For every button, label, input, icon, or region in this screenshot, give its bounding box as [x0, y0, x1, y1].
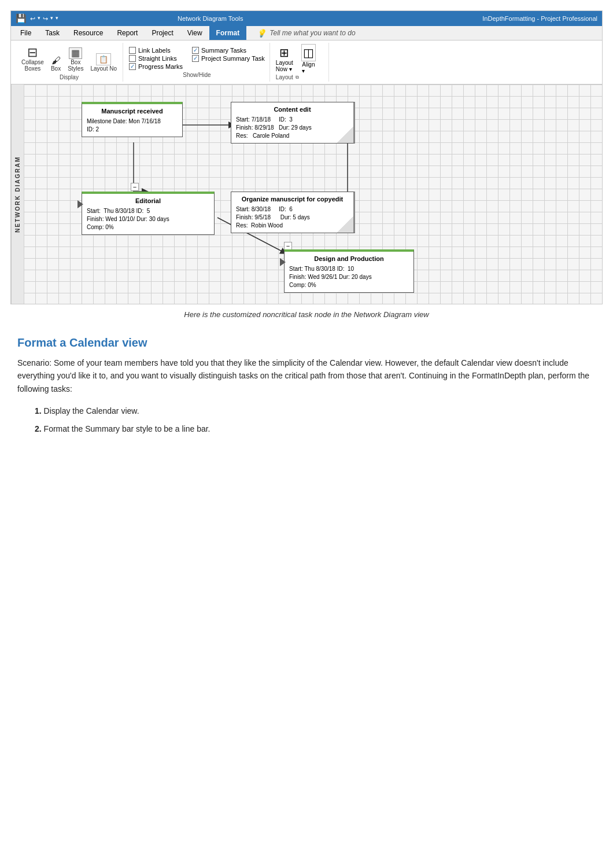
tab-report[interactable]: Report	[110, 26, 145, 40]
align-icon: ◫	[301, 44, 316, 61]
diagram-caption: Here is the customized noncritical task …	[10, 310, 603, 319]
organize-title: Organize manuscript for copyedit	[236, 195, 349, 204]
ribbon-title-left: 💾 ↩ ▾ ↪ ▾ ▾ Network Diagram Tools	[16, 13, 243, 24]
tell-me-box[interactable]: 💡 Tell me what you want to do	[251, 26, 361, 40]
content-edit-title: Content edit	[236, 105, 349, 114]
layout-no-icon: 📋	[99, 55, 108, 64]
diagram-area: NETWORK DIAGRAM Manuscript received M	[10, 84, 603, 304]
undo-redo-group: ↩ ▾ ↪ ▾ ▾	[30, 15, 58, 23]
layout-expand-icon[interactable]: ⧉	[296, 75, 299, 80]
straight-links-label: Straight Links	[138, 55, 177, 62]
link-labels-label: Link Labels	[138, 47, 171, 54]
box-label: Box	[51, 65, 61, 72]
layout-group: ⊞ LayoutNow ▾ ◫ Align▾ Layout ⧉	[271, 43, 329, 82]
tab-task[interactable]: Task	[38, 26, 67, 40]
task-box-editorial: Editorial Start: Thu 8/30/18 ID: 5 Finis…	[82, 192, 215, 235]
lightbulb-icon: 💡	[257, 29, 266, 38]
list-item-1-num: 1.	[35, 406, 42, 415]
undo-icon[interactable]: ↩	[30, 15, 35, 23]
diagram-grid-area: Manuscript received Milestone Date: Mon …	[24, 84, 602, 304]
tab-format[interactable]: Format	[209, 26, 247, 40]
link-labels-item: Link Labels	[129, 47, 183, 54]
box-button[interactable]: 🖌 Box	[50, 55, 62, 73]
arrow-design	[280, 258, 286, 266]
summary-tasks-checkbox[interactable]	[192, 47, 199, 54]
box-styles-label: BoxStyles	[68, 59, 83, 72]
link-labels-checkbox[interactable]	[129, 47, 136, 54]
straight-links-item: Straight Links	[129, 55, 183, 62]
project-summary-task-checkbox[interactable]	[192, 55, 199, 62]
collapse-boxes-button[interactable]: ⊟ CollapseBoxes	[20, 45, 45, 73]
display-group: ⊟ CollapseBoxes 🖌 Box ▦ BoxStyles 📋	[16, 43, 123, 82]
ribbon: 💾 ↩ ▾ ↪ ▾ ▾ Network Diagram Tools InDept…	[10, 10, 603, 84]
customize-icon[interactable]: ▾	[56, 15, 58, 23]
tab-project[interactable]: Project	[145, 26, 180, 40]
list-item-2-text: Format the Summary bar style to be a lin…	[44, 424, 211, 433]
layout-now-label: LayoutNow ▾	[276, 60, 293, 72]
task-box-manuscript: Manuscript received Milestone Date: Mon …	[82, 102, 183, 137]
progress-marks-item: Progress Marks	[129, 63, 183, 70]
project-summary-task-label: Project Summary Task	[201, 55, 265, 62]
ribbon-body: ⊟ CollapseBoxes 🖌 Box ▦ BoxStyles 📋	[11, 41, 602, 84]
list-item-1-text: Display the Calendar view.	[44, 406, 139, 415]
display-group-label: Display	[60, 74, 79, 80]
project-summary-task-item: Project Summary Task	[192, 55, 265, 62]
collapse-boxes-icon: ⊟	[27, 46, 38, 59]
layout-group-label: Layout ⧉	[276, 74, 299, 80]
box-icon: 🖌	[51, 56, 61, 65]
progress-marks-checkbox[interactable]	[129, 63, 136, 70]
box-styles-button[interactable]: ▦ BoxStyles	[67, 46, 84, 73]
align-button[interactable]: ◫ Align▾	[301, 44, 316, 74]
list-item-2-num: 2.	[35, 424, 42, 433]
section-heading: Format a Calendar view	[17, 336, 596, 350]
layout-now-button[interactable]: ⊞ LayoutNow ▾	[276, 46, 293, 72]
summary-tasks-item: Summary Tasks	[192, 47, 265, 54]
show-hide-group-label: Show/Hide	[129, 72, 265, 78]
design-info: Start: Thu 8/30/18 ID: 10 Finish: Wed 9/…	[289, 265, 409, 289]
content-edit-info: Start: 7/18/18 ID: 3 Finish: 8/29/18 Dur…	[236, 116, 349, 140]
layout-now-icon: ⊞	[279, 46, 289, 60]
tab-resource[interactable]: Resource	[67, 26, 110, 40]
arrow-editorial	[77, 200, 83, 208]
collapse-editorial-icon[interactable]: −	[131, 183, 139, 191]
box-styles-icon: ▦	[69, 47, 82, 59]
section-paragraph: Scenario: Some of your team members have…	[17, 356, 596, 395]
editorial-info: Start: Thu 8/30/18 ID: 5 Finish: Wed 10/…	[87, 207, 209, 231]
undo-dropdown-icon[interactable]: ▾	[38, 15, 40, 23]
tell-me-label[interactable]: Tell me what you want to do	[269, 29, 355, 37]
redo-icon[interactable]: ↪	[43, 15, 48, 23]
align-label: Align▾	[302, 61, 315, 74]
editorial-title: Editorial	[87, 197, 209, 205]
collapse-boxes-label: CollapseBoxes	[21, 59, 44, 72]
ribbon-tabs: File Task Resource Report Project View F…	[11, 26, 602, 41]
summary-tasks-label: Summary Tasks	[201, 47, 246, 54]
collapse-design-icon[interactable]: −	[284, 242, 292, 250]
manuscript-info: Milestone Date: Mon 7/16/18ID: 2	[87, 117, 178, 134]
save-icon[interactable]: 💾	[16, 13, 27, 24]
layout-no-button[interactable]: 📋 Layout No	[89, 52, 118, 73]
app-title: InDepthFormatting - Project Professional	[482, 15, 597, 22]
task-box-organize: Organize manuscript for copyedit Start: …	[231, 192, 355, 233]
numbered-list: 1. Display the Calendar view. 2. Format …	[17, 404, 596, 435]
diagram-sidebar-label: NETWORK DIAGRAM	[11, 84, 24, 304]
tab-file[interactable]: File	[13, 26, 38, 40]
layout-icons-row: ⊞ LayoutNow ▾ ◫ Align▾	[276, 44, 316, 74]
task-box-content-edit: Content edit Start: 7/18/18 ID: 3 Finish…	[231, 102, 355, 144]
layout-no-label: Layout No	[90, 65, 117, 72]
straight-links-checkbox[interactable]	[129, 55, 136, 62]
redo-dropdown-icon[interactable]: ▾	[50, 15, 53, 23]
network-diagram-tools-label: Network Diagram Tools	[178, 15, 243, 22]
show-hide-group: Link Labels Straight Links Progress Mark…	[124, 43, 270, 82]
tab-view[interactable]: View	[180, 26, 209, 40]
design-title: Design and Production	[289, 255, 409, 263]
list-item-2: 2. Format the Summary bar style to be a …	[35, 422, 596, 435]
ribbon-title-bar: 💾 ↩ ▾ ↪ ▾ ▾ Network Diagram Tools InDept…	[11, 11, 602, 26]
progress-marks-label: Progress Marks	[138, 63, 183, 70]
manuscript-title: Manuscript received	[87, 107, 178, 116]
body-section: Format a Calendar view Scenario: Some of…	[0, 325, 613, 451]
list-item-1: 1. Display the Calendar view.	[35, 404, 596, 417]
task-box-design: Design and Production Start: Thu 8/30/18…	[284, 249, 414, 293]
organize-info: Start: 8/30/18 ID: 6 Finish: 9/5/18 Dur:…	[236, 205, 349, 230]
